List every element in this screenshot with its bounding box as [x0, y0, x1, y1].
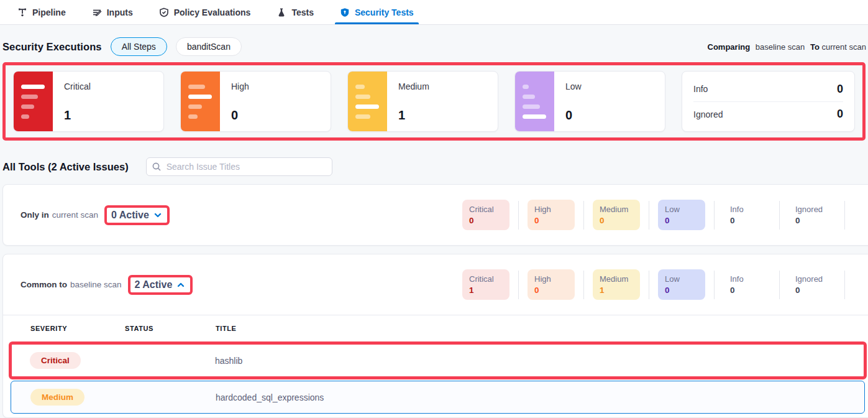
chip-critical: Critical 1: [462, 269, 509, 300]
filter-all-steps[interactable]: All Steps: [111, 37, 167, 56]
comparing-baseline[interactable]: baseline scan: [756, 42, 805, 52]
ignored-row: Ignored 0: [693, 101, 843, 126]
tab-security-tests[interactable]: Security Tests: [339, 0, 415, 24]
scope-bold: Only in: [21, 210, 49, 220]
chip-divider: [714, 201, 715, 230]
annotation-issue-row-hashlib: Critical hashlib: [9, 341, 867, 379]
security-shield-icon: [340, 7, 350, 17]
search-input[interactable]: [146, 157, 332, 176]
card-label: Critical: [64, 81, 152, 91]
col-status: STATUS: [125, 325, 216, 332]
chip-info: Info 0: [723, 269, 770, 300]
chip-divider: [844, 201, 845, 230]
tab-label: Inputs: [107, 7, 133, 17]
chip-ignored: Ignored 0: [788, 200, 836, 230]
inputs-icon: [92, 7, 102, 17]
card-label: Low: [565, 81, 654, 91]
all-tools-heading: All Tools (2 Active Issues): [2, 161, 129, 173]
severity-badge: Critical: [30, 352, 81, 369]
summary-card-critical[interactable]: Critical 1: [13, 71, 164, 132]
tab-policy-evaluations[interactable]: Policy Evaluations: [158, 0, 252, 24]
tab-pipeline[interactable]: Pipeline: [16, 0, 67, 24]
section-head: Common to baseline scan 2 Active Critica…: [3, 254, 868, 315]
chip-ignored: Ignored 0: [788, 269, 836, 300]
issue-row-hardcoded-sql-expressions[interactable]: Medium hardcoded_sql_expressions: [11, 381, 864, 413]
summary-card-medium[interactable]: Medium 1: [347, 71, 498, 132]
issue-title: hardcoded_sql_expressions: [216, 392, 864, 402]
severity-badge: Medium: [30, 389, 85, 406]
card-value: 0: [565, 108, 654, 123]
card-value: 1: [64, 108, 152, 123]
chip-divider: [844, 271, 845, 299]
card-label: Medium: [398, 81, 487, 91]
active-count-dropdown[interactable]: 2 Active: [135, 279, 173, 290]
scope-rest: baseline scan: [70, 280, 122, 289]
summary-cards-row: Critical 1 High 0 Medium 1: [13, 71, 855, 132]
severity-chips-row: Critical 0 High 0 Medium 0 Low 0: [462, 200, 854, 230]
scope-bold: Common to: [21, 280, 67, 289]
col-severity: SEVERITY: [30, 325, 125, 332]
severity-medium-icon: [348, 72, 387, 131]
summary-card-low[interactable]: Low 0: [514, 71, 665, 132]
ignored-value: 0: [837, 108, 843, 121]
issue-row-hashlib[interactable]: Critical hashlib: [12, 345, 864, 376]
comparing-current[interactable]: current scan: [821, 42, 866, 52]
chip-high: High 0: [528, 200, 575, 230]
info-row: Info 0: [693, 77, 843, 101]
security-tests-page: Security Executions All Steps banditScan…: [0, 37, 868, 418]
section-common-to-baseline-scan: Common to baseline scan 2 Active Critica…: [2, 254, 868, 418]
card-label: High: [231, 81, 319, 91]
section-only-in-current-scan: Only in current scan 0 Active Critical 0…: [2, 184, 868, 246]
chip-low: Low 0: [658, 200, 705, 230]
chip-divider: [649, 271, 649, 299]
tab-label: Security Tests: [355, 7, 414, 17]
chip-medium: Medium 1: [593, 269, 640, 300]
section-head: Only in current scan 0 Active Critical 0…: [3, 185, 868, 245]
info-value: 0: [837, 83, 843, 96]
card-value: 0: [231, 108, 319, 123]
card-value: 1: [398, 108, 487, 123]
annotation-active-dropdown-2: 2 Active: [128, 275, 193, 295]
severity-chips-row: Critical 1 High 0 Medium 1 Low 0: [462, 269, 854, 300]
tab-tests[interactable]: Tests: [275, 0, 315, 24]
active-count-dropdown[interactable]: 0 Active: [111, 210, 149, 221]
chip-divider: [583, 201, 584, 230]
summary-card-info-ignored[interactable]: Info 0 Ignored 0: [682, 71, 855, 132]
page-title: Security Executions: [2, 41, 102, 53]
issue-row-selected-outline: Medium hardcoded_sql_expressions: [11, 381, 865, 414]
col-title: TITLE: [216, 325, 860, 332]
chip-divider: [518, 201, 519, 230]
chip-medium: Medium 0: [593, 200, 640, 230]
severity-high-icon: [181, 72, 220, 131]
comparing-prefix: Comparing: [708, 42, 751, 52]
tab-label: Policy Evaluations: [174, 7, 251, 17]
annotation-active-dropdown-0: 0 Active: [104, 205, 170, 225]
chip-divider: [583, 271, 584, 299]
tab-label: Pipeline: [32, 7, 66, 17]
chevron-down-icon[interactable]: [153, 211, 162, 220]
issue-title: hashlib: [215, 356, 864, 366]
chip-low: Low 0: [658, 269, 705, 300]
header-row: Security Executions All Steps banditScan…: [2, 37, 866, 56]
tools-row: All Tools (2 Active Issues): [2, 157, 866, 176]
pipeline-icon: [17, 7, 27, 17]
chip-divider: [779, 201, 780, 230]
tab-label: Tests: [291, 7, 314, 17]
summary-card-high[interactable]: High 0: [180, 71, 331, 132]
filter-banditscan[interactable]: banditScan: [176, 37, 242, 56]
ignored-label: Ignored: [693, 109, 723, 119]
severity-critical-icon: [14, 72, 53, 131]
scope-rest: current scan: [52, 210, 98, 220]
tab-inputs[interactable]: Inputs: [91, 0, 134, 24]
policy-shield-check-icon: [159, 7, 169, 17]
chip-critical: Critical 0: [462, 200, 509, 230]
info-label: Info: [693, 84, 708, 94]
chip-divider: [779, 271, 780, 299]
chip-divider: [714, 271, 715, 299]
search-icon: [152, 162, 162, 172]
issues-table-header: SEVERITY STATUS TITLE: [3, 315, 868, 340]
chip-high: High 0: [528, 269, 575, 300]
chevron-up-icon[interactable]: [176, 281, 185, 289]
annotation-summary-cards: Critical 1 High 0 Medium 1: [2, 62, 866, 141]
chip-divider: [518, 271, 519, 299]
